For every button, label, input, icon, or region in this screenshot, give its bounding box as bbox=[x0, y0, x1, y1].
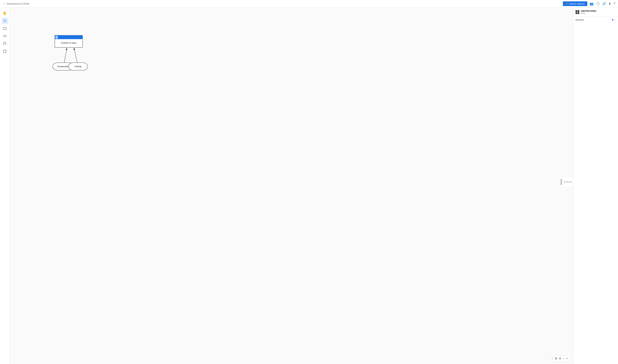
svg-rect-13 bbox=[55, 35, 82, 39]
grid-icon[interactable]: ⊞ bbox=[555, 357, 557, 360]
fit-icon[interactable]: ⛶ bbox=[550, 357, 553, 360]
hand-tool[interactable]: ✋ bbox=[1, 10, 8, 17]
decision-node-clothes[interactable]: Clothes to wear bbox=[55, 35, 82, 47]
topbar: ✓ Autosaved at 12:33:08 🚀 Deploy diagram… bbox=[0, 0, 618, 8]
panel-general-right: › bbox=[612, 18, 616, 21]
rectangle-tool[interactable] bbox=[1, 25, 8, 32]
autosave-icon: ✓ bbox=[3, 2, 5, 5]
svg-rect-17 bbox=[56, 38, 57, 38]
panel-general-label: General bbox=[576, 19, 583, 21]
rocket-icon: 🚀 bbox=[565, 2, 568, 5]
input-node-activity[interactable]: Activity bbox=[68, 63, 88, 70]
share-icon[interactable]: 🔗 bbox=[602, 2, 606, 6]
topbar-right: 🚀 Deploy diagram 👥 🕐 🔗 ⬇ ? bbox=[563, 1, 615, 6]
comment-tool[interactable] bbox=[1, 40, 8, 47]
details-tab-inner: Details bbox=[560, 179, 572, 185]
diagram-svg: Clothes to wear Temperature Activity bbox=[10, 8, 573, 364]
activity-label: Activity bbox=[74, 65, 82, 68]
definitions-grid-icon bbox=[576, 10, 579, 14]
panel-general-row[interactable]: General › bbox=[573, 17, 618, 23]
deploy-button[interactable]: 🚀 Deploy diagram bbox=[563, 1, 587, 6]
topbar-left: ✓ Autosaved at 12:33:08 bbox=[3, 2, 29, 5]
details-tab[interactable]: Details bbox=[559, 177, 573, 187]
main-layout: ✋ bbox=[0, 8, 618, 364]
svg-rect-3 bbox=[3, 27, 6, 29]
details-tab-label: Details bbox=[560, 179, 563, 185]
autosave-label: Autosaved at 12:33:08 bbox=[6, 2, 29, 5]
history-icon[interactable]: 🕐 bbox=[596, 2, 600, 6]
general-dot bbox=[612, 19, 613, 20]
left-toolbar: ✋ bbox=[0, 8, 10, 364]
temperature-label: Temperature bbox=[57, 65, 70, 68]
canvas-area[interactable]: Clothes to wear Temperature Activity ⛶ ⊞… bbox=[10, 8, 573, 364]
clothes-label: Clothes to wear bbox=[61, 41, 77, 44]
panel-subtitle: DRD bbox=[581, 12, 596, 14]
ellipse-tool[interactable] bbox=[1, 33, 8, 39]
chevron-right-icon: › bbox=[615, 18, 616, 21]
download-icon[interactable]: ⬇ bbox=[608, 2, 611, 6]
target-icon[interactable]: ⊕ bbox=[559, 357, 561, 360]
zoom-in-icon[interactable]: + bbox=[566, 357, 568, 360]
svg-rect-5 bbox=[3, 42, 6, 44]
zoom-out-icon[interactable]: − bbox=[563, 357, 564, 360]
bottom-controls: ⛶ ⊞ ⊕ − + bbox=[548, 355, 570, 361]
svg-rect-15 bbox=[55, 36, 58, 37]
panel-title-block: DEFINITIONS DRD bbox=[581, 10, 596, 14]
svg-point-4 bbox=[3, 35, 6, 37]
users-icon[interactable]: 👥 bbox=[590, 2, 593, 6]
select-tool[interactable] bbox=[1, 17, 8, 24]
help-icon[interactable]: ? bbox=[614, 2, 615, 6]
panel-header: DEFINITIONS DRD bbox=[573, 8, 618, 17]
panel-title: DEFINITIONS bbox=[581, 10, 596, 12]
note-tool[interactable] bbox=[1, 48, 8, 55]
details-lines-icon bbox=[563, 182, 572, 182]
svg-rect-16 bbox=[56, 37, 57, 38]
right-panel: DEFINITIONS DRD General › bbox=[573, 8, 618, 364]
